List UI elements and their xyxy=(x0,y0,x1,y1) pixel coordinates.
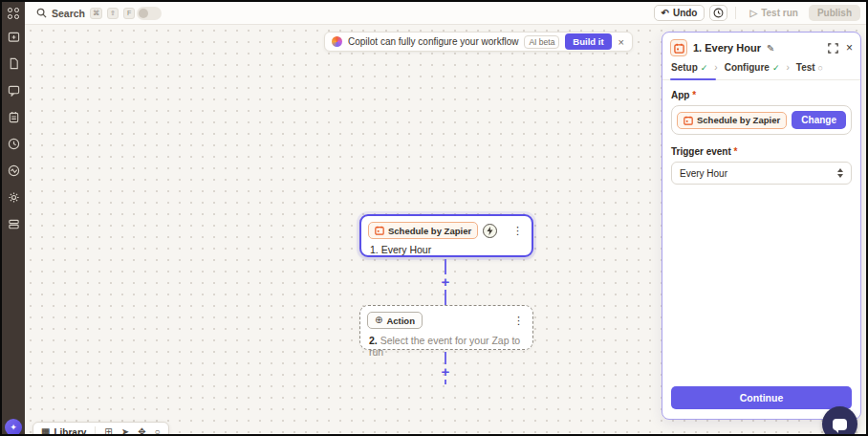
trigger-node-header: Schedule by Zapier ⋮ xyxy=(361,216,532,239)
close-panel-icon[interactable]: × xyxy=(846,42,853,54)
action-pill-label: Action xyxy=(386,316,415,326)
activity-icon[interactable] xyxy=(8,164,20,177)
search-label: Search xyxy=(52,8,85,19)
chat-bubble-icon xyxy=(833,419,847,430)
undo-button[interactable]: ↶ Undo xyxy=(654,5,705,21)
copilot-message: Copilot can fully configure your workflo… xyxy=(348,36,518,47)
panel-step-title: 1. Every Hour xyxy=(693,42,761,54)
tab-configure[interactable]: Configure ✓ xyxy=(725,62,780,73)
clipboard-icon[interactable] xyxy=(8,111,20,123)
toolbar-divider xyxy=(95,426,96,436)
connector-line xyxy=(445,380,446,384)
play-icon: ▷ xyxy=(749,8,757,18)
action-step-number: 2. xyxy=(369,335,378,346)
zoom-tool-icon[interactable]: ○ xyxy=(155,427,161,436)
expand-panel-icon[interactable] xyxy=(828,43,838,54)
check-icon: ✓ xyxy=(772,63,780,73)
comment-icon[interactable] xyxy=(8,84,20,97)
pan-tool-icon[interactable]: ✥ xyxy=(138,427,145,436)
trigger-app-label: Schedule by Zapier xyxy=(388,226,471,236)
select-chevrons-icon xyxy=(837,168,843,178)
stack-icon[interactable] xyxy=(8,218,20,230)
app-badge xyxy=(670,39,687,56)
trigger-menu-icon[interactable]: ⋮ xyxy=(510,226,525,236)
action-node-header: ⊕ Action ⋮ xyxy=(360,306,532,329)
ai-beta-badge: AI beta xyxy=(524,35,559,49)
trigger-app-pill[interactable]: Schedule by Zapier xyxy=(368,222,478,239)
step-settings-panel: 1. Every Hour ✎ × Setup ✓ › xyxy=(662,32,861,420)
panel-app-pill[interactable]: Schedule by Zapier xyxy=(677,112,787,129)
action-node[interactable]: ⊕ Action ⋮ 2. Select the event for your … xyxy=(359,305,533,350)
trigger-event-label: Trigger event * xyxy=(671,146,852,157)
add-step-plus-icon[interactable]: + xyxy=(437,365,454,379)
action-node-title: 2. Select the event for your Zap to run xyxy=(360,329,532,358)
calendar-icon xyxy=(684,116,693,125)
clock-icon xyxy=(713,8,724,18)
grid-icon: ▦ xyxy=(41,427,50,436)
check-icon: ✓ xyxy=(701,63,708,73)
library-button[interactable]: ▦ Library xyxy=(41,427,86,436)
action-menu-icon[interactable]: ⋮ xyxy=(511,316,526,326)
tab-setup[interactable]: Setup ✓ xyxy=(671,62,707,73)
shortcut-key: ⇧ xyxy=(107,8,119,19)
help-chat-button[interactable] xyxy=(822,406,857,436)
test-run-button[interactable]: ▷ Test run xyxy=(744,5,803,21)
continue-button[interactable]: Continue xyxy=(671,386,852,409)
clock-icon[interactable] xyxy=(8,138,20,150)
trigger-event-value: Every Hour xyxy=(680,168,727,179)
calendar-icon xyxy=(674,43,684,54)
trigger-node-title: 1. Every Hour xyxy=(361,239,532,255)
chevron-right-icon: › xyxy=(786,62,789,73)
copilot-icon xyxy=(332,36,342,47)
workflow-canvas[interactable]: Copilot can fully configure your workflo… xyxy=(25,25,866,434)
settings-gear-icon[interactable] xyxy=(8,191,20,204)
connector-line xyxy=(445,290,446,305)
tab-test[interactable]: Test ○ xyxy=(796,62,823,73)
search-input[interactable]: Search ⌘ ⇧ F xyxy=(36,8,135,19)
undo-icon: ↶ xyxy=(662,8,669,18)
folder-add-icon[interactable] xyxy=(8,31,20,43)
canvas-toolbar: ▦ Library ⊞ ➤ ✥ ○ xyxy=(33,422,169,436)
trigger-event-select[interactable]: Every Hour xyxy=(671,162,852,185)
required-asterisk: * xyxy=(734,146,738,157)
panel-header: 1. Every Hour ✎ × xyxy=(662,33,860,62)
history-button[interactable] xyxy=(709,5,727,21)
panel-body: App * Schedule by Zapier Change xyxy=(662,80,860,379)
left-sidebar: ✦ xyxy=(2,2,25,434)
shortcut-key: F xyxy=(123,8,135,19)
select-tool-icon[interactable]: ➤ xyxy=(121,427,129,436)
topbar-actions: ↶ Undo ▷ Test run Publish xyxy=(654,5,860,21)
upgrade-badge-icon[interactable]: ✦ xyxy=(5,419,22,436)
chevron-right-icon: › xyxy=(714,62,717,73)
app-selector-box: Schedule by Zapier Change xyxy=(671,105,852,135)
copilot-banner: Copilot can fully configure your workflo… xyxy=(324,32,633,52)
app-field-label: App * xyxy=(671,90,852,100)
add-step-plus-icon[interactable]: + xyxy=(437,275,454,289)
zapier-logo[interactable] xyxy=(8,8,19,19)
edit-title-icon[interactable]: ✎ xyxy=(767,43,774,54)
action-pill[interactable]: ⊕ Action xyxy=(367,312,423,329)
build-it-button[interactable]: Build it xyxy=(565,33,611,50)
change-app-button[interactable]: Change xyxy=(792,111,846,129)
panel-app-label: Schedule by Zapier xyxy=(697,115,780,125)
banner-close-icon[interactable]: × xyxy=(618,36,625,48)
lightning-icon xyxy=(487,227,493,235)
calendar-icon xyxy=(375,226,384,235)
top-bar: Search ⌘ ⇧ F ↶ Undo ▷ Test run Publish xyxy=(25,2,866,25)
shortcut-key: ⌘ xyxy=(90,8,102,19)
connector-line xyxy=(445,259,446,274)
app-window: Copilot can fully configure your workflo… xyxy=(0,0,868,436)
required-asterisk: * xyxy=(692,90,696,100)
publish-button[interactable]: Publish xyxy=(809,5,860,21)
panel-tabs: Setup ✓ › Configure ✓ › Test ○ xyxy=(662,62,860,80)
active-tab-underline xyxy=(670,78,716,81)
add-step-icon[interactable]: ⊞ xyxy=(104,427,112,436)
toolbar-divider xyxy=(735,7,736,19)
trigger-type-icon[interactable] xyxy=(483,224,497,238)
empty-circle-icon: ○ xyxy=(818,63,823,73)
trigger-node[interactable]: Schedule by Zapier ⋮ 1. Every Hour xyxy=(359,214,533,257)
editor-toggle[interactable] xyxy=(137,7,162,20)
document-icon[interactable] xyxy=(8,57,20,70)
plus-circle-icon: ⊕ xyxy=(375,316,382,325)
search-icon xyxy=(36,8,47,18)
